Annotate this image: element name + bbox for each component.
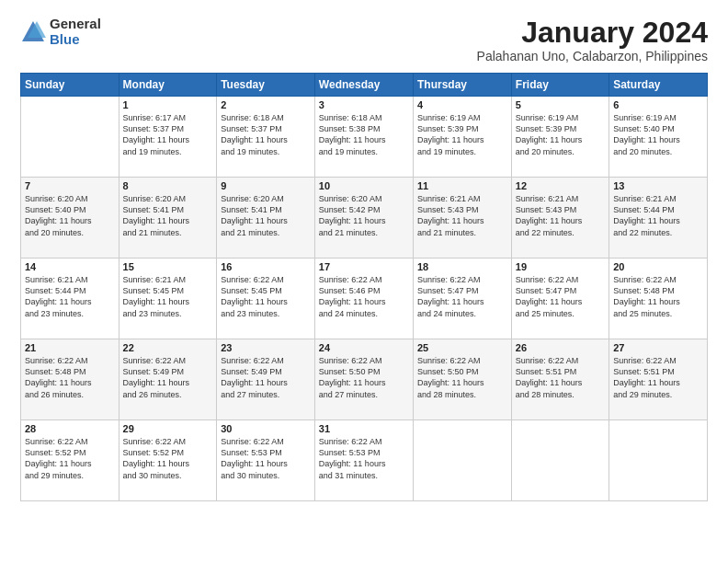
day-info: Sunrise: 6:22 AM Sunset: 5:47 PM Dayligh… [516,274,605,319]
calendar-week-5: 28Sunrise: 6:22 AM Sunset: 5:52 PM Dayli… [21,420,708,501]
calendar-cell [511,420,609,501]
day-number: 5 [516,99,605,110]
day-info: Sunrise: 6:21 AM Sunset: 5:45 PM Dayligh… [123,274,213,319]
th-thursday: Thursday [414,74,512,97]
calendar-week-2: 7Sunrise: 6:20 AM Sunset: 5:40 PM Daylig… [21,178,708,259]
calendar-title: January 2024 [477,17,708,49]
title-block: January 2024 Palahanan Uno, Calabarzon, … [477,17,708,63]
header: General Blue January 2024 Palahanan Uno,… [20,17,708,63]
calendar-body: 1Sunrise: 6:17 AM Sunset: 5:37 PM Daylig… [21,97,708,501]
th-wednesday: Wednesday [314,74,413,97]
calendar-cell: 8Sunrise: 6:20 AM Sunset: 5:41 PM Daylig… [119,178,217,259]
day-number: 22 [123,342,213,353]
day-number: 28 [25,423,115,434]
day-info: Sunrise: 6:21 AM Sunset: 5:43 PM Dayligh… [417,193,507,238]
day-number: 27 [613,342,703,353]
day-info: Sunrise: 6:17 AM Sunset: 5:37 PM Dayligh… [123,112,213,157]
day-info: Sunrise: 6:20 AM Sunset: 5:41 PM Dayligh… [221,193,311,238]
day-info: Sunrise: 6:22 AM Sunset: 5:51 PM Dayligh… [613,355,703,400]
day-number: 2 [221,99,311,110]
calendar-cell: 9Sunrise: 6:20 AM Sunset: 5:41 PM Daylig… [217,178,315,259]
day-number: 13 [613,180,703,191]
day-number: 1 [123,99,213,110]
day-info: Sunrise: 6:22 AM Sunset: 5:47 PM Dayligh… [417,274,507,319]
calendar-cell: 3Sunrise: 6:18 AM Sunset: 5:38 PM Daylig… [314,97,413,178]
logo: General Blue [20,17,101,47]
calendar-cell: 26Sunrise: 6:22 AM Sunset: 5:51 PM Dayli… [511,339,609,420]
calendar-cell: 22Sunrise: 6:22 AM Sunset: 5:49 PM Dayli… [119,339,217,420]
day-number: 24 [319,342,409,353]
calendar-cell: 18Sunrise: 6:22 AM Sunset: 5:47 PM Dayli… [414,259,512,339]
calendar-cell: 6Sunrise: 6:19 AM Sunset: 5:40 PM Daylig… [609,97,708,178]
calendar-cell: 1Sunrise: 6:17 AM Sunset: 5:37 PM Daylig… [119,97,217,178]
header-row: Sunday Monday Tuesday Wednesday Thursday… [21,74,708,97]
calendar-cell: 23Sunrise: 6:22 AM Sunset: 5:49 PM Dayli… [217,339,315,420]
th-friday: Friday [511,74,609,97]
day-info: Sunrise: 6:22 AM Sunset: 5:46 PM Dayligh… [319,274,409,319]
day-number: 7 [25,180,115,191]
logo-blue-text: Blue [50,32,101,48]
day-info: Sunrise: 6:22 AM Sunset: 5:49 PM Dayligh… [123,355,213,400]
day-info: Sunrise: 6:20 AM Sunset: 5:40 PM Dayligh… [25,193,115,238]
day-info: Sunrise: 6:19 AM Sunset: 5:39 PM Dayligh… [417,112,507,157]
day-number: 4 [417,99,507,110]
day-number: 15 [123,261,213,272]
calendar-cell: 5Sunrise: 6:19 AM Sunset: 5:39 PM Daylig… [511,97,609,178]
calendar-cell: 30Sunrise: 6:22 AM Sunset: 5:53 PM Dayli… [217,420,315,501]
calendar-cell: 28Sunrise: 6:22 AM Sunset: 5:52 PM Dayli… [21,420,119,501]
calendar-cell: 25Sunrise: 6:22 AM Sunset: 5:50 PM Dayli… [414,339,512,420]
day-number: 30 [221,423,311,434]
calendar-week-3: 14Sunrise: 6:21 AM Sunset: 5:44 PM Dayli… [21,259,708,339]
day-number: 31 [319,423,409,434]
day-number: 3 [319,99,409,110]
day-number: 11 [417,180,507,191]
th-saturday: Saturday [609,74,708,97]
day-info: Sunrise: 6:22 AM Sunset: 5:48 PM Dayligh… [613,274,703,319]
day-info: Sunrise: 6:22 AM Sunset: 5:53 PM Dayligh… [319,436,409,481]
day-number: 29 [123,423,213,434]
day-info: Sunrise: 6:20 AM Sunset: 5:42 PM Dayligh… [319,193,409,238]
day-number: 8 [123,180,213,191]
day-number: 18 [417,261,507,272]
logo-text: General Blue [50,17,101,47]
th-monday: Monday [119,74,217,97]
day-number: 25 [417,342,507,353]
day-info: Sunrise: 6:22 AM Sunset: 5:48 PM Dayligh… [25,355,115,400]
calendar-week-4: 21Sunrise: 6:22 AM Sunset: 5:48 PM Dayli… [21,339,708,420]
day-number: 14 [25,261,115,272]
calendar-cell: 15Sunrise: 6:21 AM Sunset: 5:45 PM Dayli… [119,259,217,339]
calendar-cell: 17Sunrise: 6:22 AM Sunset: 5:46 PM Dayli… [314,259,413,339]
day-info: Sunrise: 6:20 AM Sunset: 5:41 PM Dayligh… [123,193,213,238]
day-info: Sunrise: 6:21 AM Sunset: 5:44 PM Dayligh… [613,193,703,238]
day-info: Sunrise: 6:22 AM Sunset: 5:53 PM Dayligh… [221,436,311,481]
th-tuesday: Tuesday [217,74,315,97]
calendar-cell [21,97,119,178]
calendar-cell: 14Sunrise: 6:21 AM Sunset: 5:44 PM Dayli… [21,259,119,339]
day-number: 16 [221,261,311,272]
calendar-cell: 21Sunrise: 6:22 AM Sunset: 5:48 PM Dayli… [21,339,119,420]
calendar-cell: 7Sunrise: 6:20 AM Sunset: 5:40 PM Daylig… [21,178,119,259]
calendar-location: Palahanan Uno, Calabarzon, Philippines [477,49,708,63]
day-info: Sunrise: 6:22 AM Sunset: 5:52 PM Dayligh… [25,436,115,481]
calendar-cell: 29Sunrise: 6:22 AM Sunset: 5:52 PM Dayli… [119,420,217,501]
calendar-cell: 24Sunrise: 6:22 AM Sunset: 5:50 PM Dayli… [314,339,413,420]
calendar-cell [609,420,708,501]
day-number: 26 [516,342,605,353]
day-info: Sunrise: 6:22 AM Sunset: 5:51 PM Dayligh… [516,355,605,400]
day-number: 23 [221,342,311,353]
day-info: Sunrise: 6:19 AM Sunset: 5:39 PM Dayligh… [516,112,605,157]
day-number: 6 [613,99,703,110]
day-number: 10 [319,180,409,191]
day-info: Sunrise: 6:22 AM Sunset: 5:50 PM Dayligh… [319,355,409,400]
day-info: Sunrise: 6:21 AM Sunset: 5:43 PM Dayligh… [516,193,605,238]
calendar-week-1: 1Sunrise: 6:17 AM Sunset: 5:37 PM Daylig… [21,97,708,178]
calendar-cell: 20Sunrise: 6:22 AM Sunset: 5:48 PM Dayli… [609,259,708,339]
day-info: Sunrise: 6:22 AM Sunset: 5:49 PM Dayligh… [221,355,311,400]
day-info: Sunrise: 6:22 AM Sunset: 5:45 PM Dayligh… [221,274,311,319]
day-info: Sunrise: 6:22 AM Sunset: 5:52 PM Dayligh… [123,436,213,481]
calendar-cell [414,420,512,501]
day-info: Sunrise: 6:21 AM Sunset: 5:44 PM Dayligh… [25,274,115,319]
calendar-cell: 12Sunrise: 6:21 AM Sunset: 5:43 PM Dayli… [511,178,609,259]
day-number: 19 [516,261,605,272]
calendar-cell: 31Sunrise: 6:22 AM Sunset: 5:53 PM Dayli… [314,420,413,501]
